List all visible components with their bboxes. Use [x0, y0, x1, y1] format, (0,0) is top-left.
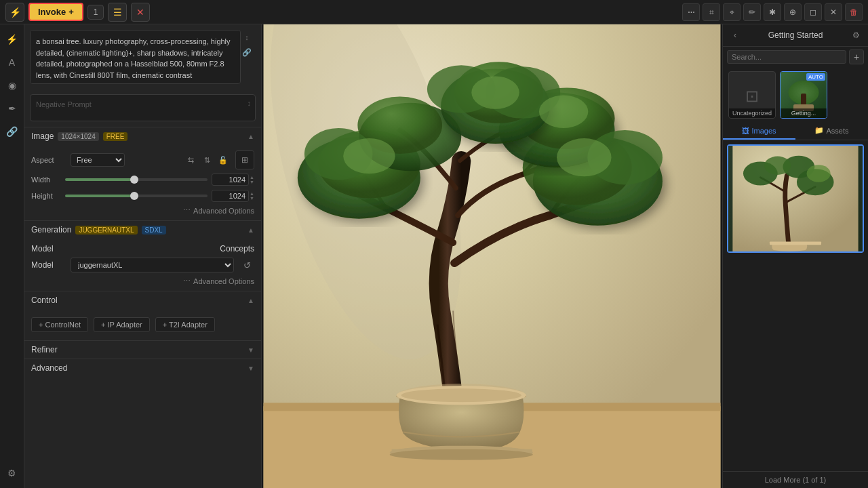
more-icon[interactable]: ··· — [682, 3, 700, 21]
control-section: Control ▲ + ControlNet + IP Adapter + T2… — [24, 291, 261, 340]
generation-section-header[interactable]: Generation JUGGERNAUTXL SDXL ▲ — [24, 221, 261, 239]
width-down-arrow[interactable]: ▼ — [250, 180, 254, 184]
svg-point-33 — [807, 165, 831, 182]
width-arrows[interactable]: ▲ ▼ — [250, 175, 254, 184]
left-icon-sidebar: ⚡ A ◉ ✒ 🔗 ⚙ — [0, 24, 24, 488]
sidebar-icon-lightning[interactable]: ⚡ — [3, 30, 22, 49]
prompt-icons: ↕ 🔗 — [241, 31, 253, 58]
sidebar-icon-text[interactable]: A — [3, 53, 22, 72]
refiner-section-header[interactable]: Refiner ▼ — [24, 341, 261, 359]
add-board-button[interactable]: + — [849, 49, 864, 64]
width-row: Width 1024 ▲ ▼ — [31, 174, 254, 186]
tab-assets[interactable]: 📁 Assets — [795, 123, 868, 140]
invoke-plus: + — [68, 7, 74, 17]
lock-icon[interactable]: 🔓 — [216, 153, 230, 167]
generation-section-title: Generation — [31, 225, 71, 235]
search-input[interactable] — [727, 50, 846, 64]
advanced-section: Advanced ▼ — [24, 359, 261, 377]
expand-icon[interactable]: ↕ — [241, 31, 253, 43]
gen-badge1: JUGGERNAUTXL — [75, 226, 137, 235]
flip-h-icon[interactable]: ⇆ — [184, 153, 197, 167]
auto-badge: AUTO — [806, 73, 825, 81]
thumb-bonsai-inner — [727, 144, 864, 253]
model-concepts-row: Model Concepts — [31, 244, 254, 253]
height-input[interactable]: 1024 — [212, 190, 249, 202]
height-up-arrow[interactable]: ▲ — [250, 191, 254, 196]
t2i-adapter-button[interactable]: + T2I Adapter — [155, 317, 215, 332]
assets-tab-label: Assets — [826, 127, 848, 135]
svg-point-20 — [539, 96, 588, 128]
invoke-button[interactable]: Invoke + — [28, 3, 83, 21]
negative-prompt-area[interactable]: Negative Prompt ↕ — [30, 94, 256, 121]
load-more-button[interactable]: Load More (1 of 1) — [723, 471, 868, 488]
cancel-icon[interactable]: ✕ — [131, 3, 150, 22]
bonsai-svg — [262, 24, 722, 488]
tab-images[interactable]: 🖼 Images — [723, 123, 795, 140]
plus-circle-icon[interactable]: ⊕ — [784, 3, 802, 21]
board-row: ⊡ Uncategorized AUTO Getting... — [723, 67, 868, 123]
aspect-label: Aspect — [31, 156, 65, 164]
control-chevron-icon: ▲ — [248, 297, 254, 304]
height-down-arrow[interactable]: ▼ — [250, 196, 254, 201]
height-arrows[interactable]: ▲ ▼ — [250, 191, 254, 201]
gen-advanced-label: Advanced Options — [193, 277, 254, 285]
control-section-content: + ControlNet + IP Adapter + T2I Adapter — [24, 309, 261, 340]
height-label: Height — [31, 192, 60, 200]
fit-icon[interactable]: ⊞ — [235, 150, 254, 169]
image-section: Image 1024×1024 FREE ▲ Aspect Free 1:1 1… — [24, 127, 261, 220]
collapse-icon[interactable]: ‹ — [728, 28, 742, 42]
x-box-icon[interactable]: ✕ — [825, 3, 842, 21]
image-section-header[interactable]: Image 1024×1024 FREE ▲ — [24, 127, 261, 145]
sidebar-icon-circle[interactable]: ◉ — [3, 76, 22, 95]
grid-icon[interactable]: ⌗ — [703, 3, 720, 21]
lightning-icon[interactable]: ⚡ — [5, 3, 24, 22]
ip-adapter-button[interactable]: + IP Adapter — [94, 317, 150, 332]
target-icon[interactable]: ⌖ — [723, 3, 741, 21]
settings-icon[interactable]: ⚙ — [849, 28, 863, 42]
width-input-wrap: 1024 ▲ ▼ — [212, 174, 254, 186]
right-panel-header: ‹ Getting Started ⚙ — [723, 24, 868, 47]
left-panel: a bonsai tree. luxury photography, cross… — [24, 24, 262, 488]
board-getting-started[interactable]: AUTO Getting... — [780, 71, 827, 119]
board-uncategorized-label: Uncategorized — [729, 108, 775, 118]
aspect-select[interactable]: Free 1:1 16:9 4:3 — [71, 153, 125, 167]
topbar: ⚡ Invoke + 1 ☰ ✕ ··· ⌗ ⌖ ✏ ✱ ⊕ ◻ ✕ 🗑 — [0, 0, 868, 24]
trash-icon[interactable]: 🗑 — [845, 3, 863, 21]
refiner-chevron-icon: ▼ — [248, 346, 254, 354]
gen-advanced-options[interactable]: ⋯ Advanced Options — [31, 277, 254, 285]
refresh-icon[interactable]: ↺ — [239, 258, 254, 272]
link-icon[interactable]: 🔗 — [241, 46, 253, 58]
image-grid — [723, 140, 868, 471]
sidebar-icon-settings[interactable]: ⚙ — [3, 464, 22, 483]
generation-section: Generation JUGGERNAUTXL SDXL ▲ Model Con… — [24, 220, 261, 291]
image-section-title: Image — [31, 131, 54, 141]
square-icon[interactable]: ◻ — [804, 3, 822, 21]
board-uncategorized[interactable]: ⊡ Uncategorized — [728, 71, 776, 119]
height-input-wrap: 1024 ▲ ▼ — [212, 190, 254, 202]
edit-icon[interactable]: ✏ — [743, 3, 761, 21]
advanced-chevron-icon: ▼ — [248, 365, 254, 372]
flip-v-icon[interactable]: ⇅ — [200, 153, 214, 167]
star-icon[interactable]: ✱ — [764, 3, 781, 21]
control-section-header[interactable]: Control ▲ — [24, 291, 261, 309]
advanced-section-header[interactable]: Advanced ▼ — [24, 359, 261, 377]
width-up-arrow[interactable]: ▲ — [250, 175, 254, 180]
gen-advanced-icon: ⋯ — [183, 277, 191, 285]
image-chevron-icon: ▲ — [248, 133, 254, 140]
prompt-area: a bonsai tree. luxury photography, cross… — [24, 24, 261, 92]
image-advanced-options[interactable]: ⋯ Advanced Options — [31, 206, 254, 215]
width-slider-wrap: 1024 ▲ ▼ — [65, 174, 254, 186]
thumb-bonsai[interactable] — [727, 144, 864, 253]
images-tab-icon: 🖼 — [742, 127, 749, 135]
sidebar-icon-pen[interactable]: ✒ — [3, 99, 22, 118]
count-badge: 1 — [87, 5, 104, 20]
width-input[interactable]: 1024 — [212, 174, 249, 186]
height-slider[interactable] — [65, 195, 208, 197]
width-slider[interactable] — [65, 178, 208, 181]
controlnet-button[interactable]: + ControlNet — [31, 317, 88, 332]
model-select[interactable]: juggernautXL stableDiffusion — [71, 258, 234, 272]
list-icon[interactable]: ☰ — [108, 3, 127, 22]
sidebar-icon-link[interactable]: 🔗 — [3, 122, 22, 141]
prompt-input[interactable]: a bonsai tree. luxury photography, cross… — [30, 30, 241, 84]
control-section-title: Control — [31, 296, 58, 305]
